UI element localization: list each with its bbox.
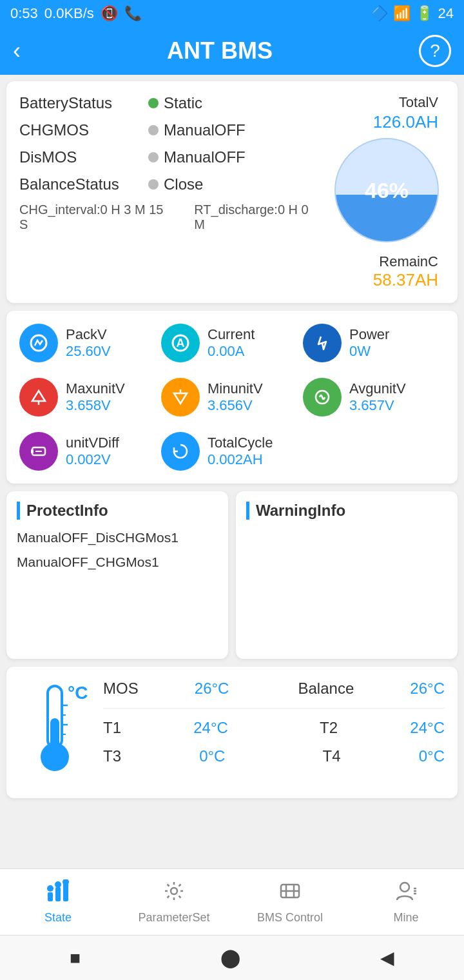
battery-status-label: BatteryStatus	[19, 94, 148, 112]
sys-home-button[interactable]: ⬤	[220, 947, 240, 968]
totalcycle-text: TotalCycle 0.002AH	[208, 435, 273, 468]
total-ah: 126.0AH	[373, 112, 445, 132]
warning-info-card: WarningInfo	[236, 491, 458, 659]
balance-label: Balance	[298, 680, 354, 698]
help-button[interactable]: ?	[419, 35, 451, 67]
minunitv-label: MinunitV	[208, 380, 263, 397]
metric-minunitv: MinunitV 3.656V	[161, 378, 303, 416]
power-label: Power	[349, 326, 389, 343]
t3-label: T3	[103, 747, 121, 765]
main-content: BatteryStatus Static CHGMOS ManualOFF Di…	[0, 75, 464, 903]
protect-info-title: ProtectInfo	[17, 502, 218, 520]
current-icon: A	[161, 324, 200, 362]
unitvdiff-value: 0.002V	[66, 451, 119, 468]
svg-marker-9	[174, 393, 187, 404]
battery-pie-chart: 46%	[329, 132, 445, 248]
svg-rect-24	[55, 887, 61, 901]
parameterset-nav-icon	[162, 879, 186, 908]
current-label: Current	[208, 326, 255, 343]
nav-parameterset[interactable]: ParameterSet	[116, 876, 232, 928]
battery-info-left: BatteryStatus Static CHGMOS ManualOFF Di…	[19, 94, 322, 232]
nav-mine[interactable]: Mine	[348, 876, 464, 928]
chgmos-row: CHGMOS ManualOFF	[19, 121, 322, 139]
chgmos-dot	[148, 125, 159, 135]
packv-icon	[19, 324, 58, 362]
bmscontrol-nav-label: BMS Control	[257, 911, 323, 925]
metric-packv: PackV 25.60V	[19, 324, 161, 362]
dismos-dot	[148, 152, 159, 162]
temp-t1-t2-row: T1 24°C T2 24°C	[103, 719, 445, 737]
protect-info-item-2: ManualOFF_CHGMos1	[17, 554, 218, 570]
svg-rect-23	[48, 892, 53, 901]
interval-row: CHG_interval:0 H 3 M 15 S RT_discharge:0…	[19, 202, 322, 232]
minunitv-icon	[161, 378, 200, 416]
system-nav-bar: ■ ⬤ ◀	[0, 935, 464, 980]
battery-level: 24	[438, 5, 454, 22]
state-nav-icon	[46, 879, 70, 908]
avgunitv-icon	[303, 378, 342, 416]
power-text: Power 0W	[349, 326, 389, 360]
power-icon	[303, 324, 342, 362]
total-v-label: TotalV	[399, 94, 445, 111]
protect-info-item-1: ManualOFF_DisCHGMos1	[17, 530, 218, 545]
nav-bmscontrol[interactable]: BMS Control	[232, 876, 348, 928]
warning-info-title: WarningInfo	[246, 502, 447, 520]
dismos-label: DisMOS	[19, 148, 148, 166]
svg-marker-7	[32, 391, 45, 401]
signal-bars-icon: 📶	[393, 5, 411, 22]
nav-state[interactable]: State	[0, 876, 116, 928]
t2-label: T2	[320, 719, 338, 737]
battery-status-row: BatteryStatus Static	[19, 94, 322, 112]
balance-status-label: BalanceStatus	[19, 175, 148, 193]
unitvdiff-label: unitVDiff	[66, 435, 119, 451]
avgunitv-label: AvgunitV	[349, 380, 406, 397]
battery-status-dot	[148, 98, 159, 108]
metric-power: Power 0W	[303, 324, 445, 362]
status-right: 🔷 📶 🔋 24	[371, 5, 454, 22]
rt-discharge: RT_discharge:0 H 0 M	[194, 202, 322, 232]
signal-icon: 📵	[101, 5, 118, 22]
bottom-nav: State ParameterSet BMS Control	[0, 868, 464, 935]
totalcycle-label: TotalCycle	[208, 435, 273, 451]
balance-value: 26°C	[410, 680, 445, 698]
current-text: Current 0.00A	[208, 326, 255, 360]
chgmos-value: ManualOFF	[164, 121, 246, 139]
battery-icon: 🔋	[416, 5, 433, 22]
sys-stop-button[interactable]: ■	[70, 948, 81, 968]
parameterset-nav-label: ParameterSet	[138, 911, 209, 925]
maxunitv-label: MaxunitV	[66, 380, 125, 397]
avgunitv-value: 3.657V	[349, 397, 406, 414]
chgmos-label: CHGMOS	[19, 121, 148, 139]
t4-label: T4	[323, 747, 341, 765]
t1-value: 24°C	[193, 719, 228, 737]
temp-readings: MOS 26°C Balance 26°C T1 24°C T2 24°C T3…	[103, 680, 445, 776]
t2-value: 24°C	[410, 719, 445, 737]
mos-label: MOS	[103, 680, 139, 698]
svg-point-26	[47, 885, 53, 892]
temperature-card: °C MOS 26°C Balance 26°C T1 24°C T2 24°C	[6, 667, 458, 798]
mine-nav-icon	[394, 879, 418, 908]
protect-info-card: ProtectInfo ManualOFF_DisCHGMos1 ManualO…	[6, 491, 228, 659]
maxunitv-value: 3.658V	[66, 397, 125, 414]
sys-back-button[interactable]: ◀	[380, 947, 394, 968]
app-title: ANT BMS	[167, 37, 273, 64]
status-bar: 0:53 0.0KB/s 📵 📞 🔷 📶 🔋 24	[0, 0, 464, 27]
metrics-card: PackV 25.60V A Current 0.00A Power	[6, 311, 458, 484]
status-network: 0.0KB/s	[44, 5, 94, 22]
call-icon: 📞	[124, 5, 142, 22]
metrics-row-1: PackV 25.60V A Current 0.00A Power	[19, 324, 445, 362]
bluetooth-icon: 🔷	[371, 5, 388, 22]
metric-current: A Current 0.00A	[161, 324, 303, 362]
t4-value: 0°C	[419, 747, 445, 765]
svg-point-27	[55, 881, 61, 888]
avgunitv-text: AvgunitV 3.657V	[349, 380, 406, 414]
pie-percent-text: 46%	[365, 178, 409, 203]
unitvdiff-icon	[19, 432, 58, 471]
back-button[interactable]: ‹	[13, 37, 21, 64]
metric-unitvdiff: unitVDiff 0.002V	[19, 432, 161, 471]
metric-maxunitv: MaxunitV 3.658V	[19, 378, 161, 416]
balance-dot	[148, 179, 159, 190]
svg-text:A: A	[177, 337, 185, 349]
packv-label: PackV	[66, 326, 111, 343]
bmscontrol-nav-icon	[278, 879, 302, 908]
